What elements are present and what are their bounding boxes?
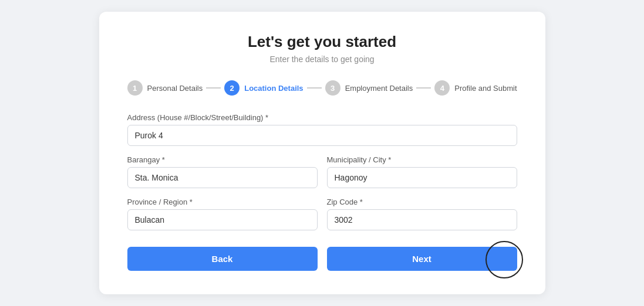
back-button[interactable]: Back [127, 247, 318, 271]
form-card: Let's get you started Enter the details … [99, 12, 545, 294]
step-1-circle: 1 [127, 80, 143, 96]
step-4: 4 Profile and Submit [434, 80, 517, 96]
zip-group: Zip Code * [327, 198, 517, 230]
step-3-circle: 3 [325, 80, 340, 96]
province-zip-row: Province / Region * Zip Code * [127, 198, 517, 230]
municipality-group: Municipality / City * [327, 155, 517, 188]
step-2: 2 Location Details [224, 80, 303, 96]
municipality-label: Municipality / City * [327, 155, 517, 164]
step-1: 1 Personal Details [127, 80, 203, 96]
step-4-label: Profile and Submit [454, 84, 517, 93]
zip-label: Zip Code * [327, 198, 517, 206]
province-input[interactable] [127, 209, 318, 230]
step-line-1 [206, 87, 221, 89]
barangay-input[interactable] [127, 167, 318, 188]
next-button[interactable]: Next [327, 247, 517, 271]
step-3: 3 Employment Details [325, 80, 413, 96]
address-group: Address (House #/Block/Street/Building) … [127, 113, 517, 146]
barangay-label: Barangay * [127, 155, 318, 164]
button-row: Back Next [127, 247, 517, 271]
address-label: Address (House #/Block/Street/Building) … [127, 113, 517, 122]
step-4-circle: 4 [434, 80, 450, 96]
page-title: Let's get you started [127, 33, 517, 51]
step-line-3 [416, 87, 431, 89]
step-2-label: Location Details [244, 84, 303, 93]
barangay-group: Barangay * [127, 155, 318, 188]
province-group: Province / Region * [127, 198, 318, 230]
stepper: 1 Personal Details 2 Location Details 3 … [127, 80, 517, 96]
barangay-municipality-row: Barangay * Municipality / City * [127, 155, 517, 188]
municipality-input[interactable] [327, 167, 517, 188]
step-1-label: Personal Details [147, 84, 203, 93]
step-2-circle: 2 [224, 80, 240, 96]
zip-input[interactable] [327, 209, 517, 230]
step-3-label: Employment Details [345, 84, 413, 93]
step-line-2 [307, 87, 322, 89]
address-input[interactable] [127, 125, 517, 146]
page-subtitle: Enter the details to get going [127, 55, 517, 64]
province-label: Province / Region * [127, 198, 318, 206]
